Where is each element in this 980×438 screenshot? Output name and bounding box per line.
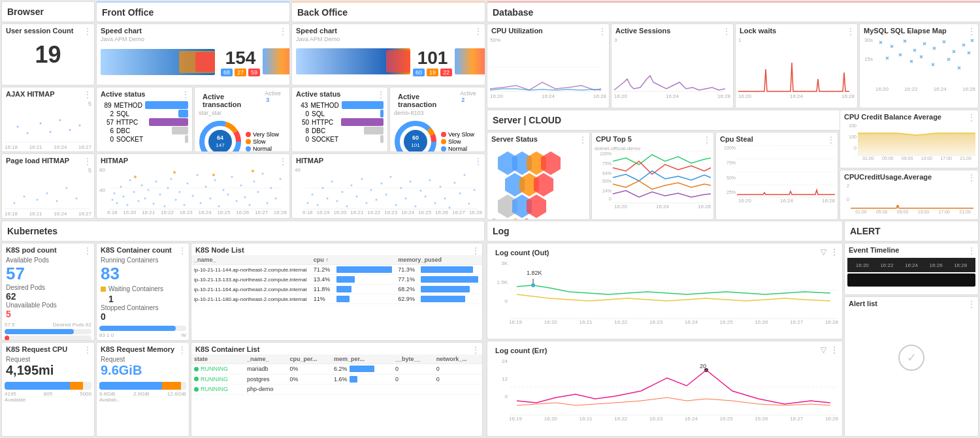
pageload-hitmap-menu[interactable]: ⋮ [84, 157, 91, 166]
svg-point-59 [231, 176, 233, 178]
bo-active-txn-title: Active transaction [394, 90, 460, 110]
fo-leg3: Normal [253, 146, 272, 152]
node-mem-bar-2 [421, 276, 478, 283]
check-icon: ✓ [907, 351, 917, 365]
db-sessions-menu[interactable]: ⋮ [723, 27, 730, 36]
bo-hitmap-menu[interactable]: ⋮ [474, 157, 482, 166]
database-section: Database [487, 1, 980, 22]
alert-title: ALERT [850, 226, 881, 236]
svg-point-88 [316, 204, 318, 206]
ajax-ymax: 5 [5, 101, 91, 107]
k8s-req-cpu-value: 4,195mi [6, 363, 90, 378]
alert-list-menu[interactable]: ⋮ [968, 300, 975, 309]
bo-speed-value: 101 [413, 48, 452, 69]
table-row: RUNNING mariadb 0% 6.2% 0 0 [191, 364, 482, 375]
svg-rect-19 [263, 48, 290, 74]
svg-point-60 [235, 200, 237, 202]
svg-point-94 [346, 206, 348, 208]
c-net-1: 0 [434, 364, 482, 375]
node-cpu-bar-2 [336, 276, 355, 283]
db-mysql-title: MySQL SQL Elapse Map [860, 24, 978, 36]
browser-title: Browser [7, 7, 44, 17]
pl-t2: 16:21 [29, 211, 42, 217]
cpu-credit-balance-title: CPU Credit Balance Average [840, 110, 978, 122]
col-mem: memory_pused [395, 255, 482, 265]
bo-s1-bar [342, 101, 384, 109]
fo-speed-menu[interactable]: ⋮ [279, 27, 287, 36]
svg-point-32 [122, 196, 124, 198]
cpu-steal-panel: Cpu Steal ⋮ 100%75%50%25% 16:2016:2416:2… [715, 132, 838, 220]
fo-speed-bars-left [101, 46, 218, 78]
k8s-container-menu[interactable]: ⋮ [178, 246, 186, 255]
fo-s5-count: 0 [101, 136, 114, 143]
fo-s3-name: HTTPC [116, 119, 146, 126]
c-state-1: RUNNING [191, 364, 244, 375]
cpu-credit-balance-menu[interactable]: ⋮ [968, 113, 975, 122]
svg-point-116 [453, 182, 455, 184]
log-out-menu[interactable]: ⋮ [830, 247, 838, 257]
fo-s3-bar [149, 118, 188, 126]
c-name-1: mariadb [244, 364, 287, 375]
fo-speed-title: Speed chart [97, 24, 289, 36]
table-row: ip-10-21-11-164.ap-northeast-2.compute.i… [191, 285, 482, 294]
svg-point-98 [365, 202, 367, 204]
k8s-req-mem-menu[interactable]: ⋮ [178, 345, 186, 354]
ajax-hitmap-menu[interactable]: ⋮ [84, 90, 91, 99]
bo-speed-bars-left [296, 45, 410, 78]
fo-active-status-menu[interactable]: ⋮ [182, 90, 189, 99]
cpu-steal-menu[interactable]: ⋮ [827, 135, 835, 144]
svg-point-71 [134, 176, 137, 178]
fo-active-txn-title: Active transaction [199, 90, 265, 110]
log-err-filter[interactable]: ▽ [821, 345, 826, 354]
bo-leg3: Normal [448, 146, 467, 152]
log-err-menu[interactable]: ⋮ [830, 345, 838, 354]
node-mem-3: 68.2% [395, 285, 482, 294]
svg-point-110 [424, 196, 426, 198]
node-name-3: ip-10-21-11-164.ap-northeast-2.compute.i… [191, 285, 311, 294]
db-lockwaits-menu[interactable]: ⋮ [847, 27, 855, 36]
node-name-2: ip-10-21-13-133.ap-northeast-2.compute.i… [191, 275, 311, 285]
user-session-value: 19 [2, 36, 94, 74]
running-badge-2: RUNNING [194, 376, 228, 383]
user-session-menu[interactable]: ⋮ [84, 27, 91, 36]
fo-hitmap-menu[interactable]: ⋮ [279, 157, 287, 166]
svg-point-185 [896, 205, 899, 208]
db-cpu-menu[interactable]: ⋮ [598, 27, 606, 36]
pl-t4: 16:27 [78, 211, 91, 217]
k8s-container-list-menu[interactable]: ⋮ [472, 345, 480, 354]
k8s-pod-menu[interactable]: ⋮ [84, 246, 91, 255]
svg-point-106 [404, 198, 406, 200]
svg-point-23 [208, 130, 232, 152]
server-status-menu[interactable]: ⋮ [579, 135, 587, 144]
fo-s4-count: 6 [101, 127, 114, 134]
bo-active-status-menu[interactable]: ⋮ [377, 90, 385, 99]
c-cpu-1: 0% [287, 364, 332, 375]
bo-s5-count: 0 [296, 136, 309, 143]
svg-point-63 [248, 204, 250, 206]
svg-point-5 [59, 119, 61, 121]
bo-s4-count: 8 [296, 127, 309, 134]
cpu-top5-menu[interactable]: ⋮ [703, 135, 711, 144]
fo-active-status-panel: Active status ⋮ 89 METHOD 2 SQL 57 HTTPC… [96, 87, 193, 152]
k8s-unavail-value: 5 [6, 309, 90, 319]
fo-active-status-title: Active status [97, 87, 192, 99]
k8s-node-menu[interactable]: ⋮ [472, 246, 480, 255]
cpu-credit-usage-menu[interactable]: ⋮ [968, 173, 975, 182]
database-title: Database [493, 7, 533, 18]
fo-hitmap-title: HITMAP [97, 154, 289, 166]
db-mysql-menu[interactable]: ⋮ [968, 27, 975, 36]
svg-point-114 [444, 198, 446, 200]
fo-s4-name: DBC [116, 127, 169, 134]
k8s-req-cpu-menu[interactable]: ⋮ [84, 345, 91, 354]
bo-speed-menu[interactable]: ⋮ [474, 27, 482, 36]
k8s-container-count-panel: K8S Container count ⋮ Running Containers… [96, 243, 189, 341]
node-cpu-4: 11% [311, 294, 396, 304]
event-timeline-menu[interactable]: ⋮ [968, 246, 975, 255]
svg-point-49 [186, 183, 188, 185]
svg-point-107 [409, 181, 411, 183]
log-out-filter[interactable]: ▽ [821, 247, 826, 257]
svg-point-65 [257, 191, 259, 193]
svg-point-66 [261, 173, 263, 175]
bo-hitmap-panel: HITMAP ⋮ 40 [291, 153, 485, 219]
svg-point-42 [159, 194, 161, 196]
